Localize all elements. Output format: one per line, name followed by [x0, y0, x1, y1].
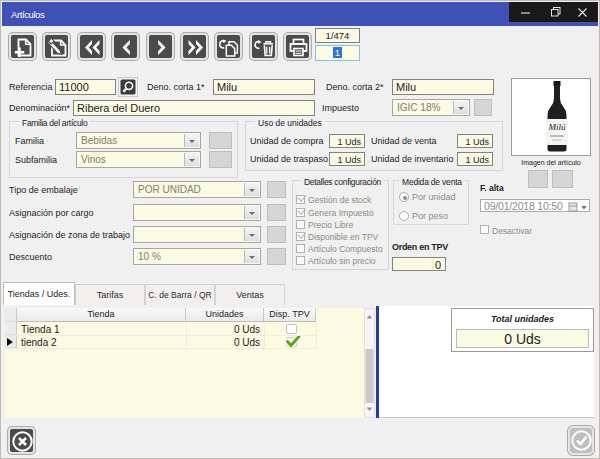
svg-text:Milú: Milú [548, 122, 566, 132]
